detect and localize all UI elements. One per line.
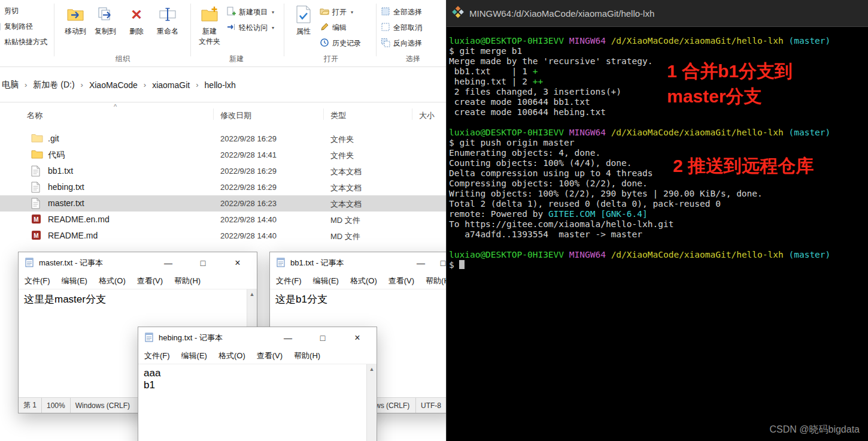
history-button[interactable]: 历史记录 xyxy=(320,36,361,50)
maximize-icon[interactable]: □ xyxy=(196,252,210,273)
scroll-up-icon[interactable]: ▲ xyxy=(367,364,377,372)
notepad-titlebar[interactable]: master.txt - 记事本 — □ × xyxy=(19,252,257,273)
delete-icon: × xyxy=(131,5,142,24)
terminal-line: To https://gitee.com/xiaomala/hello-lxh.… xyxy=(449,219,868,229)
prompt-user: luxiao@DESKTOP-0HI3EVV xyxy=(449,128,564,137)
easy-access-button[interactable]: 轻松访问 ▾ xyxy=(226,20,274,35)
minimize-icon[interactable]: — xyxy=(281,327,295,348)
file-name: 代码 xyxy=(48,150,65,161)
breadcrumb-item-xiaomacode[interactable]: XiaoMaCode xyxy=(87,78,139,92)
select-all-button[interactable]: 全部选择 xyxy=(381,5,422,19)
menu-file[interactable]: 文件(F) xyxy=(25,276,50,286)
status-line: 第 1 xyxy=(19,398,42,413)
column-header-type[interactable]: 类型 xyxy=(330,110,346,121)
notepad-icon xyxy=(144,333,154,345)
menu-edit[interactable]: 编辑(E) xyxy=(181,351,207,361)
delete-label: 删除 xyxy=(129,26,144,37)
maximize-icon[interactable]: □ xyxy=(315,327,330,348)
ribbon-divider xyxy=(376,4,377,56)
column-header-name[interactable]: 名称 xyxy=(27,110,43,121)
file-type: MD 文件 xyxy=(330,215,360,226)
terminal-line: a74adfd..1393554 master -> master xyxy=(449,229,868,240)
copy-path-button[interactable]: 复制路径 xyxy=(0,19,33,34)
new-folder-label-1: 新建 xyxy=(202,26,217,37)
window-title: master.txt - 记事本 xyxy=(39,258,103,268)
menu-format[interactable]: 格式(O) xyxy=(99,276,126,286)
mintty-terminal-window[interactable]: MINGW64:/d/XiaoMaCode/xiaomaGit/hello-lx… xyxy=(446,0,868,441)
invert-selection-button[interactable]: 反向选择 xyxy=(381,36,422,50)
breadcrumb-item-hello-lxh[interactable]: hello-lxh xyxy=(203,78,238,92)
open-button[interactable]: 打开 ▾ xyxy=(320,5,353,19)
minimize-icon[interactable]: — xyxy=(414,252,428,273)
menu-help[interactable]: 帮助(H) xyxy=(174,276,201,286)
menu-edit[interactable]: 编辑(E) xyxy=(62,276,87,286)
easy-access-label: 轻松访问 xyxy=(239,23,268,33)
annotation-push: 2 推送到远程仓库 xyxy=(673,153,814,179)
breadcrumb-item-drive[interactable]: 新加卷 (D:) xyxy=(31,78,76,92)
file-type: MD 文件 xyxy=(330,231,360,242)
menu-file[interactable]: 文件(F) xyxy=(276,276,302,286)
terminal-output[interactable]: luxiao@DESKTOP-0HI3EVV MINGW64 /d/XiaoMa… xyxy=(447,28,868,441)
markdown-file-icon: M xyxy=(31,214,44,225)
terminal-command: $ git merge b1 xyxy=(449,46,868,56)
new-folder-button[interactable]: 新建 文件夹 xyxy=(193,5,226,47)
notepad-titlebar[interactable]: bb1.txt - 记事本 — □ × xyxy=(270,252,456,273)
file-row-git[interactable]: .git 2022/9/28 16:29 文件夹 xyxy=(0,131,446,147)
breadcrumb-item-xiaomagit[interactable]: xiaomaGit xyxy=(150,78,192,92)
column-divider xyxy=(323,108,324,120)
notepad-menubar: 文件(F) 编辑(E) 格式(O) 查看(V) 帮助(H) xyxy=(270,273,456,289)
terminal-blank-line xyxy=(449,117,868,128)
menu-help[interactable]: 帮助(H) xyxy=(294,351,320,361)
scroll-up-icon[interactable]: ▲ xyxy=(247,289,257,297)
menu-file[interactable]: 文件(F) xyxy=(144,351,170,361)
terminal-line: Merge made by the 'recursive' strategy. xyxy=(449,56,868,67)
terminal-titlebar[interactable]: MINGW64:/d/XiaoMaCode/xiaomaGit/hello-lx… xyxy=(447,0,868,27)
properties-button[interactable]: 属性 xyxy=(290,5,317,37)
file-type: 文本文档 xyxy=(330,199,362,210)
menu-view[interactable]: 查看(V) xyxy=(257,351,283,361)
select-none-button[interactable]: 全部取消 xyxy=(381,20,422,35)
notepad-text-area[interactable]: aaa b1 xyxy=(138,364,377,441)
terminal-title: MINGW64:/d/XiaoMaCode/xiaomaGit/hello-lx… xyxy=(469,8,654,19)
prompt-path: /d/XiaoMaCode/xiaomaGit/hello-lxh xyxy=(611,250,784,259)
file-modified: 2022/9/28 16:29 xyxy=(220,134,277,143)
file-row-bb1[interactable]: bb1.txt 2022/9/28 16:29 文本文档 xyxy=(0,163,446,179)
file-row-master-selected[interactable]: master.txt 2022/9/28 16:23 文本文档 xyxy=(0,195,446,212)
delete-button[interactable]: × 删除 xyxy=(122,5,151,37)
close-icon[interactable]: × xyxy=(230,252,245,273)
close-icon[interactable]: × xyxy=(350,327,365,348)
new-item-button[interactable]: 新建项目 ▾ xyxy=(226,5,274,19)
text-file-icon xyxy=(31,182,44,193)
select-all-label: 全部选择 xyxy=(393,7,422,17)
menu-format[interactable]: 格式(O) xyxy=(350,276,377,286)
file-row-readme-en[interactable]: M README.en.md 2022/9/28 14:40 MD 文件 xyxy=(0,212,446,228)
rename-button[interactable]: 重命名 xyxy=(152,5,183,37)
file-row-hebing[interactable]: hebing.txt 2022/9/28 16:29 文本文档 xyxy=(0,179,446,195)
cut-button[interactable]: 剪切 xyxy=(0,4,19,18)
paste-shortcut-button[interactable]: 粘贴快捷方式 xyxy=(0,35,47,49)
move-to-button[interactable]: 移动到 xyxy=(60,5,91,37)
breadcrumb-item-computer[interactable]: 电脑 xyxy=(0,78,20,92)
copy-to-label: 复制到 xyxy=(95,26,116,37)
file-modified: 2022/9/28 14:40 xyxy=(220,231,277,240)
menu-view[interactable]: 查看(V) xyxy=(137,276,163,286)
explorer-ribbon: 剪切 复制路径 粘贴快捷方式 移动到 复制到 × 删除 xyxy=(0,0,446,67)
minimize-icon[interactable]: — xyxy=(161,252,175,273)
move-to-label: 移动到 xyxy=(65,26,86,37)
scrollbar[interactable]: ▲ xyxy=(366,364,377,441)
column-header-modified[interactable]: 修改日期 xyxy=(220,110,251,121)
column-header-size[interactable]: 大小 xyxy=(419,110,435,121)
menu-format[interactable]: 格式(O) xyxy=(218,351,245,361)
file-row-readme[interactable]: M README.md 2022/9/28 14:40 MD 文件 xyxy=(0,228,446,244)
explorer-address-bar[interactable]: 电脑 › 新加卷 (D:) › XiaoMaCode › xiaomaGit ›… xyxy=(0,68,446,102)
file-row-code[interactable]: 代码 2022/9/28 14:41 文件夹 xyxy=(0,147,446,163)
notepad-titlebar[interactable]: hebing.txt - 记事本 — □ × xyxy=(138,327,377,348)
menu-view[interactable]: 查看(V) xyxy=(389,276,414,286)
edit-button[interactable]: 编辑 xyxy=(320,20,347,35)
edit-icon xyxy=(320,22,329,34)
menu-edit[interactable]: 编辑(E) xyxy=(313,276,339,286)
terminal-blank-line xyxy=(449,240,868,250)
prompt-path: /d/XiaoMaCode/xiaomaGit/hello-lxh xyxy=(611,128,784,137)
prompt-branch: (master) xyxy=(784,36,831,46)
copy-to-button[interactable]: 复制到 xyxy=(90,5,121,37)
